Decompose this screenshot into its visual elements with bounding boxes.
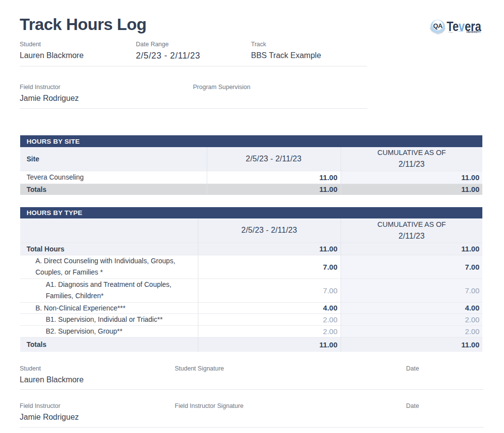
svg-text:Free: Free	[449, 31, 453, 33]
svg-text:UNIVERSITY: UNIVERSITY	[466, 31, 481, 33]
svg-text:QA: QA	[433, 22, 443, 30]
